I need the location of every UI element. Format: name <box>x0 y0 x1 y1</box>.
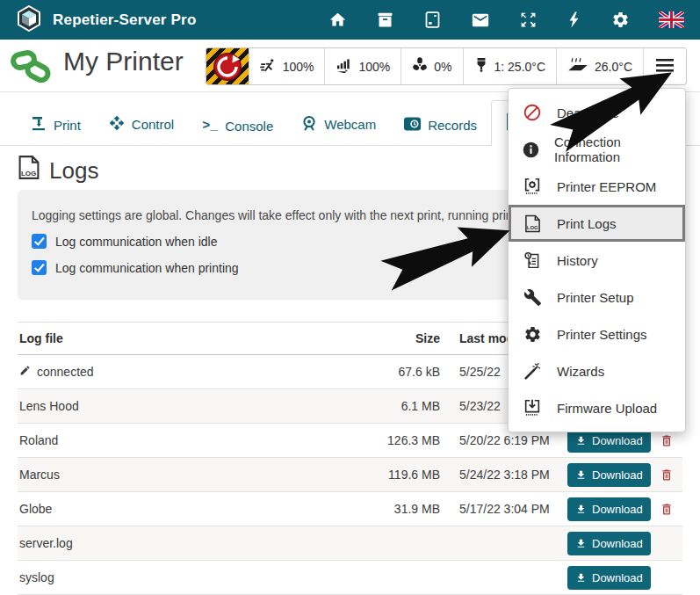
log-file-name: server.log <box>19 536 73 550</box>
print-logs-icon: LOG <box>522 214 543 233</box>
menu-item-firmware-upload[interactable]: Firmware Upload <box>509 389 685 426</box>
top-navbar: Repetier-Server Pro <box>0 0 700 40</box>
records-camera-icon <box>404 117 421 134</box>
fullscreen-icon[interactable] <box>519 11 538 29</box>
logs-page-icon: LOG <box>18 155 40 186</box>
edit-pencil-icon <box>19 365 31 379</box>
extruder-value: 1: 25.0°C <box>494 60 546 74</box>
tab-records[interactable]: Records <box>390 105 491 145</box>
tab-print[interactable]: Print <box>18 105 95 145</box>
fan-value: 0% <box>434 60 451 74</box>
printer-name: My Printer <box>63 47 184 76</box>
col-size: Size <box>339 331 440 345</box>
fan-control[interactable]: 0% <box>401 48 462 84</box>
menu-item-print-logs[interactable]: LOG Print Logs <box>509 205 685 242</box>
svg-text:LOG: LOG <box>526 225 538 230</box>
table-row: syslog Download <box>18 561 682 595</box>
download-button[interactable]: Download <box>567 463 651 487</box>
table-row: server.log Download <box>18 526 682 561</box>
global-settings-gear-icon[interactable] <box>611 11 630 29</box>
log-file-modified: 5/17/22 3:04 PM <box>449 502 559 516</box>
fan-icon <box>412 57 428 76</box>
messages-mail-icon[interactable] <box>471 11 490 30</box>
speed-value: 100% <box>283 60 314 74</box>
download-icon <box>575 469 587 481</box>
manuals-book-icon[interactable] <box>423 11 442 29</box>
tab-console[interactable]: >_ Console <box>188 107 287 145</box>
extruder-icon <box>474 57 488 76</box>
log-file-name: Marcus <box>19 468 60 482</box>
app-title: Repetier-Server Pro <box>53 11 196 29</box>
log-file-size: 67.6 kB <box>339 365 440 379</box>
log-file-size: 119.6 MB <box>339 468 440 482</box>
svg-text:LOG: LOG <box>21 170 36 178</box>
delete-trash-icon[interactable] <box>660 501 681 518</box>
deactivate-ban-icon <box>522 103 543 122</box>
flow-icon <box>336 58 352 76</box>
firmware-upload-icon <box>522 398 543 417</box>
log-file-name: connected <box>37 365 94 379</box>
log-file-size: 126.3 MB <box>339 433 440 447</box>
tab-control[interactable]: Control <box>95 104 188 145</box>
connected-link-icon <box>11 48 51 87</box>
flow-value: 100% <box>358 60 390 74</box>
log-file-name: Roland <box>19 433 58 447</box>
wrench-icon <box>522 288 543 307</box>
table-row: Marcus 119.6 MB 5/24/22 3:18 PM Download <box>18 458 682 492</box>
repetier-logo-icon[interactable] <box>16 5 42 35</box>
delete-trash-icon[interactable] <box>660 467 681 483</box>
speed-control[interactable]: 100% <box>249 48 325 84</box>
magic-wand-icon <box>522 362 543 381</box>
power-bolt-icon[interactable] <box>566 11 582 29</box>
download-button[interactable]: Download <box>567 497 651 521</box>
download-icon <box>575 504 587 515</box>
col-log-file: Log file <box>19 331 330 345</box>
table-row: Globe 31.9 MB 5/17/22 3:04 PM Download <box>18 492 682 526</box>
settings-gear-icon <box>522 325 543 344</box>
print-icon <box>32 116 47 134</box>
download-icon <box>575 538 587 549</box>
heated-bed-icon <box>567 57 588 76</box>
home-icon[interactable] <box>328 11 347 29</box>
checkbox-log-printing-label: Log communication when printing <box>55 261 239 275</box>
download-icon <box>575 572 587 584</box>
checkbox-log-printing[interactable] <box>32 260 47 275</box>
menu-item-printer-settings[interactable]: Printer Settings <box>509 316 685 352</box>
speed-icon <box>260 58 277 76</box>
eeprom-chip-icon <box>522 177 543 196</box>
emergency-stop-button[interactable] <box>206 48 249 84</box>
printers-box-icon[interactable] <box>376 11 394 29</box>
log-file-modified: 5/20/22 6:19 PM <box>449 433 559 447</box>
menu-item-wizards[interactable]: Wizards <box>509 352 685 389</box>
download-button[interactable]: Download <box>567 532 651 555</box>
menu-item-printer-setup[interactable]: Printer Setup <box>509 279 685 316</box>
log-file-size: 31.9 MB <box>339 502 440 516</box>
tab-webcam[interactable]: Webcam <box>287 104 390 145</box>
webcam-icon <box>301 115 317 134</box>
log-file-name: Lens Hood <box>19 399 79 413</box>
download-icon <box>575 435 587 446</box>
extruder-temp[interactable]: 1: 25.0°C <box>463 48 557 84</box>
printer-header: My Printer 100% <box>0 40 700 92</box>
log-file-modified: 5/24/22 3:18 PM <box>449 468 559 482</box>
delete-trash-icon[interactable] <box>660 432 681 449</box>
download-button[interactable]: Download <box>567 566 651 590</box>
menu-item-history[interactable]: History <box>509 242 685 279</box>
log-file-name: syslog <box>19 570 54 584</box>
control-arrows-icon <box>109 115 125 134</box>
info-icon <box>522 141 540 159</box>
history-icon <box>522 251 543 270</box>
log-file-size: 6.1 MB <box>339 399 440 413</box>
checkbox-log-idle-label: Log communication when idle <box>55 235 217 249</box>
console-icon: >_ <box>202 119 218 134</box>
checkbox-log-idle[interactable] <box>32 234 47 249</box>
language-flag-icon[interactable] <box>659 11 684 28</box>
log-file-name: Globe <box>19 502 52 516</box>
menu-item-printer-eeprom[interactable]: Printer EEPROM <box>509 168 685 205</box>
flow-control[interactable]: 100% <box>324 48 401 84</box>
